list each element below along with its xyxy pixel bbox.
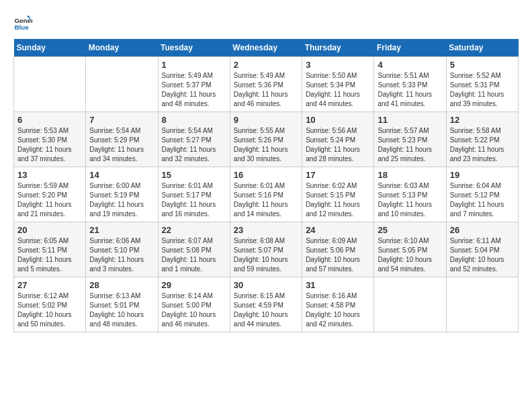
daylight-text: Daylight: 11 hours and 37 minutes.: [17, 146, 72, 163]
cell-info: Sunrise: 5:55 AM Sunset: 5:26 PM Dayligh…: [234, 126, 298, 164]
calendar-cell: 18 Sunrise: 6:03 AM Sunset: 5:13 PM Dayl…: [374, 167, 446, 222]
sunset-text: Sunset: 5:11 PM: [17, 246, 67, 254]
sunset-text: Sunset: 5:05 PM: [378, 246, 427, 254]
daylight-text: Daylight: 11 hours and 12 minutes.: [306, 201, 360, 218]
cell-info: Sunrise: 6:09 AM Sunset: 5:06 PM Dayligh…: [306, 236, 370, 274]
sunrise-text: Sunrise: 6:00 AM: [89, 182, 140, 189]
calendar-cell: 30 Sunrise: 6:15 AM Sunset: 4:59 PM Dayl…: [230, 277, 302, 332]
cell-info: Sunrise: 6:11 AM Sunset: 5:04 PM Dayligh…: [450, 236, 515, 274]
day-number: 3: [306, 60, 370, 70]
sunset-text: Sunset: 5:23 PM: [378, 136, 427, 144]
calendar-cell: 23 Sunrise: 6:08 AM Sunset: 5:07 PM Dayl…: [230, 222, 302, 277]
day-number: 6: [17, 115, 82, 125]
daylight-text: Daylight: 10 hours and 57 minutes.: [306, 256, 360, 273]
daylight-text: Daylight: 10 hours and 44 minutes.: [234, 311, 288, 328]
sunrise-text: Sunrise: 6:09 AM: [306, 237, 357, 244]
calendar-cell: 17 Sunrise: 6:02 AM Sunset: 5:15 PM Dayl…: [302, 167, 374, 222]
cell-info: Sunrise: 5:52 AM Sunset: 5:31 PM Dayligh…: [450, 71, 515, 109]
calendar-cell: 27 Sunrise: 6:12 AM Sunset: 5:02 PM Dayl…: [14, 277, 86, 332]
sunrise-text: Sunrise: 5:51 AM: [378, 72, 429, 79]
daylight-text: Daylight: 11 hours and 23 minutes.: [450, 146, 504, 163]
sunset-text: Sunset: 5:36 PM: [234, 81, 283, 89]
calendar-row: 20 Sunrise: 6:05 AM Sunset: 5:11 PM Dayl…: [14, 222, 519, 277]
page-header: General Blue: [13, 13, 519, 32]
calendar-cell: 15 Sunrise: 6:01 AM Sunset: 5:17 PM Dayl…: [158, 167, 230, 222]
day-number: 17: [306, 170, 370, 180]
sunset-text: Sunset: 5:10 PM: [89, 246, 139, 254]
sunset-text: Sunset: 5:24 PM: [306, 136, 355, 144]
sunset-text: Sunset: 5:01 PM: [89, 302, 139, 309]
day-number: 8: [162, 115, 226, 125]
sunrise-text: Sunrise: 6:05 AM: [17, 237, 69, 244]
day-number: 4: [378, 60, 442, 70]
daylight-text: Daylight: 10 hours and 50 minutes.: [17, 311, 72, 328]
daylight-text: Daylight: 11 hours and 46 minutes.: [234, 91, 288, 107]
calendar-row: 13 Sunrise: 5:59 AM Sunset: 5:20 PM Dayl…: [14, 167, 519, 222]
daylight-text: Daylight: 11 hours and 10 minutes.: [378, 201, 432, 218]
day-number: 18: [378, 170, 442, 180]
sunrise-text: Sunrise: 6:13 AM: [89, 292, 140, 300]
cell-info: Sunrise: 5:51 AM Sunset: 5:33 PM Dayligh…: [378, 71, 442, 109]
calendar-cell: 5 Sunrise: 5:52 AM Sunset: 5:31 PM Dayli…: [446, 57, 518, 112]
weekday-header: Friday: [374, 39, 446, 57]
calendar-cell: 24 Sunrise: 6:09 AM Sunset: 5:06 PM Dayl…: [302, 222, 374, 277]
sunset-text: Sunset: 5:06 PM: [306, 246, 355, 254]
daylight-text: Daylight: 10 hours and 59 minutes.: [234, 256, 288, 273]
cell-info: Sunrise: 5:49 AM Sunset: 5:37 PM Dayligh…: [162, 71, 226, 109]
calendar-cell: 16 Sunrise: 6:01 AM Sunset: 5:16 PM Dayl…: [230, 167, 302, 222]
calendar-table: SundayMondayTuesdayWednesdayThursdayFrid…: [13, 39, 519, 332]
sunrise-text: Sunrise: 6:14 AM: [162, 292, 213, 300]
calendar-cell: [374, 277, 446, 332]
sunrise-text: Sunrise: 5:53 AM: [17, 127, 69, 134]
day-number: 22: [162, 225, 226, 235]
daylight-text: Daylight: 11 hours and 16 minutes.: [162, 201, 216, 218]
sunrise-text: Sunrise: 6:02 AM: [306, 182, 357, 189]
sunset-text: Sunset: 5:13 PM: [378, 191, 427, 199]
cell-info: Sunrise: 5:54 AM Sunset: 5:27 PM Dayligh…: [162, 126, 226, 164]
day-number: 27: [17, 280, 82, 290]
sunrise-text: Sunrise: 6:04 AM: [450, 182, 501, 189]
daylight-text: Daylight: 11 hours and 14 minutes.: [234, 201, 288, 218]
calendar-cell: 10 Sunrise: 5:56 AM Sunset: 5:24 PM Dayl…: [302, 112, 374, 167]
sunrise-text: Sunrise: 5:54 AM: [89, 127, 140, 134]
cell-info: Sunrise: 6:15 AM Sunset: 4:59 PM Dayligh…: [234, 291, 298, 329]
cell-info: Sunrise: 5:50 AM Sunset: 5:34 PM Dayligh…: [306, 71, 370, 109]
calendar-row: 6 Sunrise: 5:53 AM Sunset: 5:30 PM Dayli…: [14, 112, 519, 167]
daylight-text: Daylight: 11 hours and 7 minutes.: [450, 201, 504, 218]
day-number: 1: [162, 60, 226, 70]
sunset-text: Sunset: 4:59 PM: [234, 302, 283, 309]
day-number: 14: [89, 170, 154, 180]
day-number: 15: [162, 170, 226, 180]
daylight-text: Daylight: 11 hours and 32 minutes.: [162, 146, 216, 163]
sunset-text: Sunset: 5:26 PM: [234, 136, 283, 144]
sunrise-text: Sunrise: 5:49 AM: [234, 72, 285, 79]
cell-info: Sunrise: 6:02 AM Sunset: 5:15 PM Dayligh…: [306, 181, 370, 219]
cell-info: Sunrise: 6:04 AM Sunset: 5:12 PM Dayligh…: [450, 181, 515, 219]
sunset-text: Sunset: 5:27 PM: [162, 136, 212, 144]
calendar-cell: [446, 277, 518, 332]
cell-info: Sunrise: 5:58 AM Sunset: 5:22 PM Dayligh…: [450, 126, 515, 164]
sunrise-text: Sunrise: 5:50 AM: [306, 72, 357, 79]
cell-info: Sunrise: 6:05 AM Sunset: 5:11 PM Dayligh…: [17, 236, 82, 274]
calendar-cell: 19 Sunrise: 6:04 AM Sunset: 5:12 PM Dayl…: [446, 167, 518, 222]
day-number: 19: [450, 170, 515, 180]
calendar-cell: 20 Sunrise: 6:05 AM Sunset: 5:11 PM Dayl…: [14, 222, 86, 277]
cell-info: Sunrise: 5:54 AM Sunset: 5:29 PM Dayligh…: [89, 126, 154, 164]
calendar-cell: 2 Sunrise: 5:49 AM Sunset: 5:36 PM Dayli…: [230, 57, 302, 112]
day-number: 23: [234, 225, 298, 235]
day-number: 28: [89, 280, 154, 290]
sunrise-text: Sunrise: 6:12 AM: [17, 292, 69, 300]
daylight-text: Daylight: 11 hours and 30 minutes.: [234, 146, 288, 163]
svg-text:Blue: Blue: [14, 24, 29, 31]
calendar-cell: [14, 57, 86, 112]
sunrise-text: Sunrise: 6:06 AM: [89, 237, 140, 244]
weekday-header: Wednesday: [230, 39, 302, 57]
cell-info: Sunrise: 6:14 AM Sunset: 5:00 PM Dayligh…: [162, 291, 226, 329]
day-number: 24: [306, 225, 370, 235]
cell-info: Sunrise: 6:12 AM Sunset: 5:02 PM Dayligh…: [17, 291, 82, 329]
cell-info: Sunrise: 5:59 AM Sunset: 5:20 PM Dayligh…: [17, 181, 82, 219]
sunrise-text: Sunrise: 6:10 AM: [378, 237, 429, 244]
weekday-header: Saturday: [446, 39, 518, 57]
daylight-text: Daylight: 11 hours and 25 minutes.: [378, 146, 432, 163]
sunrise-text: Sunrise: 6:08 AM: [234, 237, 285, 244]
